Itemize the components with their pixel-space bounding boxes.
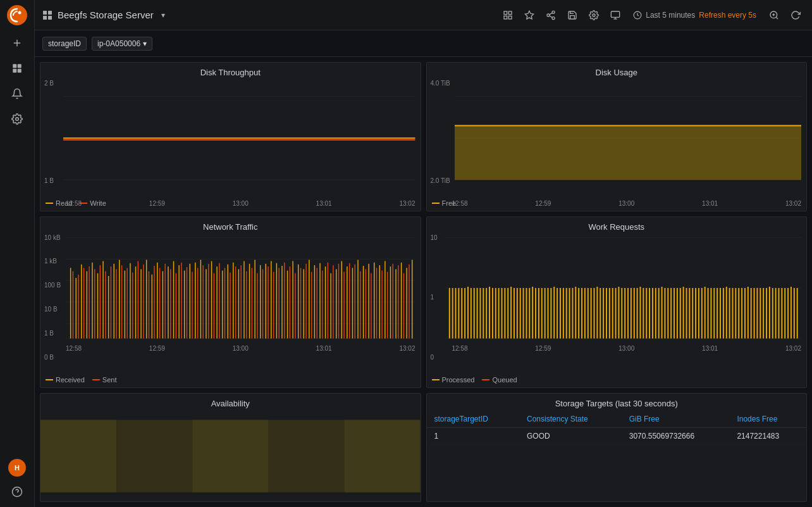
help-icon[interactable]	[7, 482, 27, 502]
svg-rect-17	[509, 16, 512, 19]
dashboard-grid: Disk Throughput 2 B 1 B 12:58	[35, 57, 812, 507]
disk-throughput-chart: 2 B 1 B 12:58 12:59 13:00	[40, 80, 421, 197]
time-range-label: Last 5 minutes	[646, 11, 695, 20]
legend-received: Received	[46, 376, 85, 384]
storage-targets-panel: Storage Targets (last 30 seconds) storag…	[426, 393, 808, 502]
work-requests-legend: Processed Queued	[427, 373, 807, 387]
cell-consistency-state: GOOD	[519, 427, 622, 444]
disk-throughput-x-labels: 12:58 12:59 13:00 13:01 13:02	[40, 199, 421, 208]
svg-point-20	[552, 11, 555, 13]
topbar-actions: Last 5 minutes Refresh every 5s	[499, 6, 804, 24]
subheader: storageID ip-0A050006 ▾	[35, 30, 812, 57]
work-requests-svg	[427, 234, 807, 342]
disk-throughput-svg	[40, 80, 421, 197]
svg-rect-5	[18, 64, 22, 68]
zoom-button[interactable]	[765, 6, 783, 24]
svg-marker-19	[526, 11, 534, 19]
cell-target-id: 1	[427, 427, 520, 444]
alerts-icon[interactable]	[7, 84, 27, 104]
app-logo[interactable]	[7, 5, 27, 25]
svg-rect-295	[344, 420, 420, 492]
svg-rect-7	[18, 69, 22, 73]
disk-throughput-panel: Disk Throughput 2 B 1 B 12:58	[40, 62, 421, 211]
availability-panel: Availability	[40, 393, 421, 502]
network-traffic-svg	[40, 234, 421, 342]
storage-targets-table: storageTargetID Consistency State GiB Fr…	[427, 411, 807, 445]
svg-line-23	[550, 16, 553, 18]
main-content: Beegfs Storage Server ▾	[35, 0, 812, 507]
time-range-display[interactable]: Last 5 minutes Refresh every 5s	[628, 11, 761, 20]
col-inodes-free: Inodes Free	[729, 411, 806, 428]
share-button[interactable]	[542, 6, 560, 24]
svg-rect-26	[612, 11, 620, 17]
title-chevron: ▾	[161, 11, 165, 20]
svg-point-25	[593, 14, 595, 16]
disk-usage-panel: Disk Usage 4.0 TiB 2.0 TiB 12:58 12:59	[426, 62, 808, 211]
work-requests-chart: 10 1 0	[427, 234, 807, 373]
svg-rect-12	[48, 11, 52, 15]
disk-usage-svg	[427, 80, 807, 197]
add-panel-icon[interactable]	[7, 33, 27, 53]
svg-rect-15	[504, 11, 507, 15]
work-requests-x-labels: 12:58 12:59 13:00 13:01 13:02	[427, 344, 807, 353]
network-traffic-panel: Network Traffic 10 kB 1 kB 100 B 10 B 1 …	[40, 216, 421, 388]
save-button[interactable]	[563, 6, 581, 24]
col-storage-target-id: storageTargetID	[427, 411, 520, 428]
svg-rect-6	[13, 69, 16, 73]
settings-icon[interactable]	[7, 109, 27, 129]
svg-point-8	[16, 118, 19, 121]
svg-line-31	[776, 17, 778, 19]
legend-queued-color	[482, 379, 489, 380]
svg-rect-4	[13, 64, 16, 68]
network-traffic-legend: Received Sent	[40, 373, 421, 387]
legend-sent-color	[92, 379, 100, 380]
legend-processed-label: Processed	[442, 376, 475, 384]
work-requests-panel: Work Requests 10 1 0	[426, 216, 808, 388]
star-button[interactable]	[520, 6, 538, 24]
legend-queued-label: Queued	[492, 376, 517, 384]
col-consistency-state: Consistency State	[519, 411, 622, 428]
disk-usage-chart: 4.0 TiB 2.0 TiB 12:58 12:59 13:00 13:01	[427, 80, 807, 197]
svg-rect-14	[48, 16, 52, 20]
user-avatar[interactable]: H	[8, 459, 26, 477]
svg-rect-292	[116, 420, 192, 492]
legend-received-color	[46, 379, 53, 380]
filter-key-label: storageID	[42, 37, 87, 51]
svg-line-24	[550, 13, 553, 15]
legend-received-label: Received	[56, 376, 85, 384]
settings-button[interactable]	[585, 6, 603, 24]
add-panel-button[interactable]	[499, 6, 517, 24]
svg-rect-13	[43, 16, 47, 20]
disk-usage-title: Disk Usage	[427, 63, 807, 80]
topbar: Beegfs Storage Server ▾	[35, 0, 812, 30]
dashboards-icon[interactable]	[7, 58, 27, 78]
availability-svg	[40, 411, 421, 501]
svg-point-21	[547, 14, 550, 16]
svg-rect-18	[504, 16, 507, 19]
svg-rect-291	[40, 420, 116, 492]
cell-inodes-free: 2147221483	[729, 427, 806, 444]
storage-targets-title: Storage Targets (last 30 seconds)	[427, 394, 807, 411]
col-gib-free: GiB Free	[622, 411, 730, 428]
svg-rect-11	[43, 11, 47, 15]
legend-queued: Queued	[482, 376, 517, 384]
network-traffic-chart: 10 kB 1 kB 100 B 10 B 1 B 0 B	[40, 234, 421, 373]
refresh-button[interactable]	[787, 6, 804, 24]
work-requests-title: Work Requests	[427, 217, 807, 234]
availability-chart	[40, 411, 421, 501]
svg-rect-293	[192, 420, 268, 492]
sidebar: H	[0, 0, 35, 507]
disk-usage-x-labels: 12:58 12:59 13:00 13:01 13:02	[427, 199, 807, 208]
disk-throughput-title: Disk Throughput	[40, 63, 421, 80]
svg-point-1	[18, 11, 22, 15]
network-traffic-title: Network Traffic	[40, 217, 421, 234]
filter-value-select[interactable]: ip-0A050006 ▾	[92, 37, 152, 51]
legend-sent: Sent	[92, 376, 117, 384]
refresh-label: Refresh every 5s	[699, 11, 756, 20]
table-row: 1 GOOD 3070.55069732666 2147221483	[427, 427, 807, 444]
sidebar-bottom: H	[7, 459, 27, 502]
network-traffic-x-labels: 12:58 12:59 13:00 13:01 13:02	[40, 344, 421, 353]
monitor-button[interactable]	[606, 6, 624, 24]
topbar-grid-icon	[42, 10, 52, 20]
legend-processed-color	[432, 379, 440, 380]
